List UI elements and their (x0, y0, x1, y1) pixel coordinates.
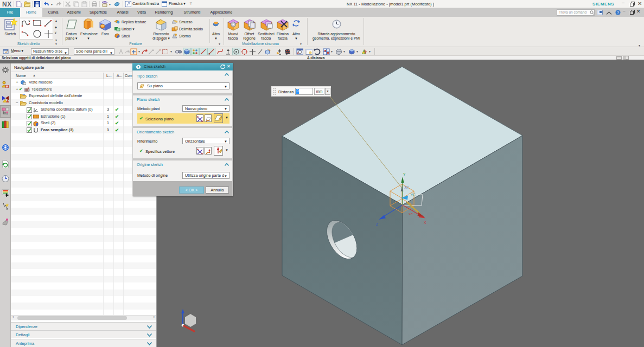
svg-text:?: ? (617, 11, 619, 15)
svg-text:ZC: ZC (404, 186, 409, 190)
svg-text:YC: YC (411, 193, 416, 197)
svg-text:XC: XC (409, 213, 413, 216)
svg-text:X: X (424, 221, 426, 224)
svg-text:Z: Z (376, 222, 378, 226)
svg-text:Y: Y (403, 172, 406, 176)
